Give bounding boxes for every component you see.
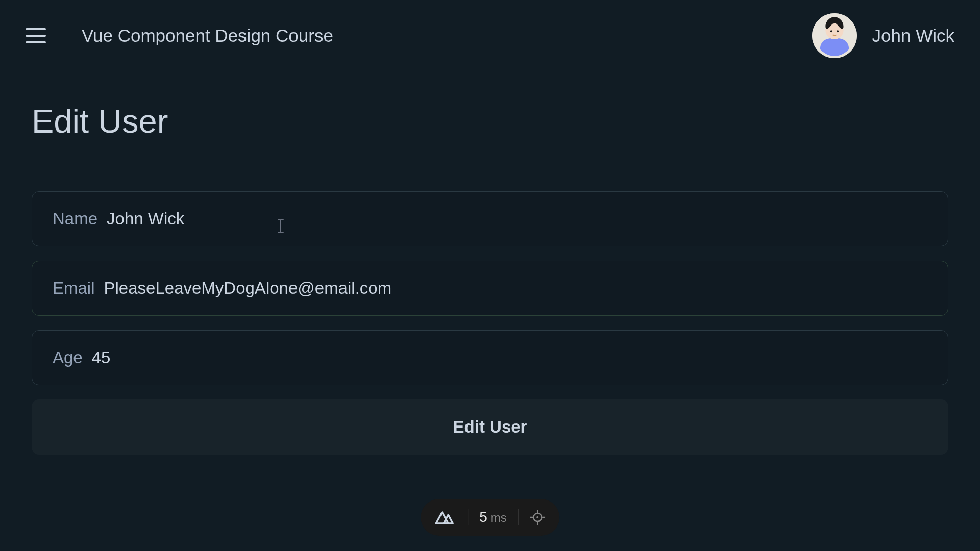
svg-point-5 bbox=[536, 516, 538, 518]
avatar[interactable] bbox=[812, 13, 857, 58]
avatar-image-icon bbox=[812, 13, 857, 58]
crosshair-icon[interactable] bbox=[530, 510, 545, 525]
svg-point-3 bbox=[837, 30, 839, 32]
header-user-area: John Wick bbox=[812, 13, 954, 58]
name-label: Name bbox=[53, 209, 97, 229]
nuxt-logo-icon bbox=[435, 510, 456, 524]
divider bbox=[518, 509, 519, 525]
timing-unit: ms bbox=[491, 511, 507, 525]
email-label: Email bbox=[53, 279, 95, 298]
email-input[interactable] bbox=[104, 279, 927, 298]
main-content: Edit User Name Email Age Edit User bbox=[0, 71, 980, 455]
nuxt-devtools-pill[interactable]: 5 ms bbox=[421, 499, 559, 536]
app-title: Vue Component Design Course bbox=[82, 26, 333, 46]
app-header: Vue Component Design Course John Wick bbox=[0, 0, 980, 71]
age-field[interactable]: Age bbox=[32, 330, 948, 385]
age-label: Age bbox=[53, 348, 83, 367]
hamburger-menu-icon[interactable] bbox=[26, 26, 46, 46]
divider bbox=[468, 509, 468, 525]
name-input[interactable] bbox=[107, 209, 927, 229]
name-field[interactable]: Name bbox=[32, 191, 948, 246]
svg-point-2 bbox=[830, 30, 832, 32]
timing-value: 5 bbox=[479, 509, 487, 525]
edit-user-button[interactable]: Edit User bbox=[32, 399, 948, 455]
age-input[interactable] bbox=[92, 348, 927, 367]
page-title: Edit User bbox=[32, 102, 948, 140]
devtools-timing: 5 ms bbox=[479, 509, 507, 525]
email-field[interactable]: Email bbox=[32, 261, 948, 316]
header-username: John Wick bbox=[872, 26, 954, 46]
